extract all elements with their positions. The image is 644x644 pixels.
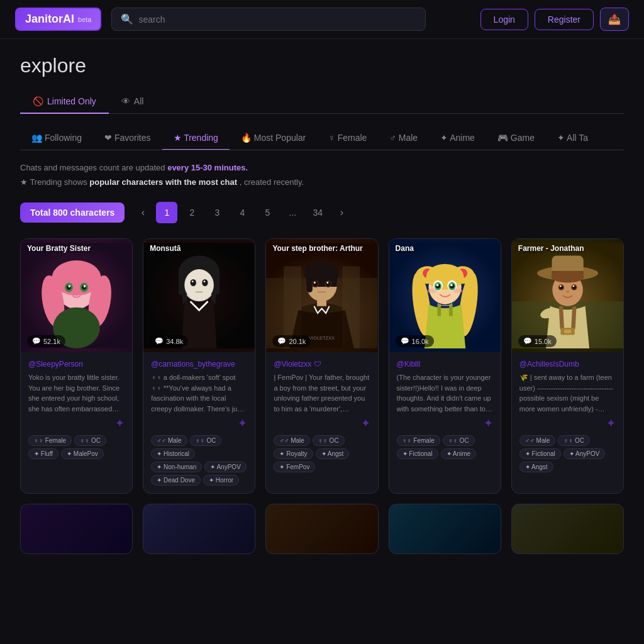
filter-tab-limited[interactable]: 🚫 Limited Only <box>20 90 109 114</box>
tag-malepov[interactable]: ✦ MalePov <box>61 448 104 459</box>
card-your-bratty-sister[interactable]: Your Bratty Sister 💬 52.1k @SleepyPerson… <box>20 238 133 494</box>
tab-following[interactable]: 👥 Following <box>20 126 93 150</box>
card-image-wrap: Dana 💬 16.0k <box>389 239 501 352</box>
trending-info: ★ Trending shows popular characters with… <box>20 177 624 187</box>
page-2-button[interactable]: 2 <box>181 202 203 223</box>
filter-tab-all[interactable]: 👁 All <box>109 90 157 114</box>
chat-icon: 💬 <box>523 337 532 345</box>
tab-anime[interactable]: ✦ Anime <box>429 126 486 150</box>
card-author: @AchillesIsDumb <box>519 360 616 369</box>
page-4-button[interactable]: 4 <box>231 202 253 223</box>
card-partial-1[interactable] <box>20 504 133 554</box>
card-desc: ♀♀ a doll-makers 'soft' spot ♀♀ **You've… <box>151 372 247 414</box>
logo[interactable]: JanitorAI beta <box>15 8 101 31</box>
svg-point-74 <box>560 286 562 287</box>
sparkle-icon: ✦ <box>274 416 370 430</box>
card-image-wrap: Farmer - Jonathan 💬 15.0k <box>512 239 623 352</box>
tab-male[interactable]: ♂ Male <box>378 126 429 150</box>
card-tags: ♀♀ Female ♀♀ OC ✦ Fluff ✦ MalePov <box>28 435 125 459</box>
page-1-button[interactable]: 1 <box>156 202 177 223</box>
tag-male[interactable]: ♂♂ Male <box>519 435 555 446</box>
tag-oc[interactable]: ♀♀ OC <box>313 435 345 446</box>
tag-angst[interactable]: ✦ Angst <box>519 462 553 472</box>
page-5-button[interactable]: 5 <box>257 202 278 223</box>
tag-female[interactable]: ♀♀ Female <box>397 435 440 446</box>
tag-fempov[interactable]: ✦ FemPov <box>274 462 315 472</box>
tag-male[interactable]: ♂♂ Male <box>274 435 309 446</box>
card-body: @Violetzxx 🛡 | FemPov | Your father, bro… <box>266 352 377 480</box>
chat-icon: 💬 <box>401 337 409 345</box>
register-button[interactable]: Register <box>535 9 594 30</box>
card-partial-5[interactable] <box>511 504 624 554</box>
favorites-icon: ❤ <box>104 133 112 143</box>
tab-game[interactable]: 🎮 Game <box>486 126 546 150</box>
update-info: Chats and messages count are updated eve… <box>20 163 624 172</box>
sparkle-icon: ✦ <box>151 416 247 430</box>
card-tags: ♂♂ Male ♀♀ OC ✦ Historical ✦ Non-human ✦… <box>151 435 247 486</box>
card-tags: ♂♂ Male ♀♀ OC ✦ Royalty ✦ Angst ✦ FemPov <box>274 435 370 472</box>
card-dana[interactable]: Dana 💬 16.0k @Kiblll (The character is y… <box>389 238 501 494</box>
next-page-button[interactable]: › <box>332 203 351 222</box>
svg-point-21 <box>192 280 194 282</box>
card-image-wrap: Monsutā 💬 34.8k <box>143 239 255 352</box>
tab-most-popular[interactable]: 🔥 Most Popular <box>230 126 317 150</box>
tag-fictional[interactable]: ✦ Fictional <box>397 448 438 459</box>
tab-all-ta[interactable]: ✦ All Ta <box>546 126 599 150</box>
card-desc: | FemPov | Your father, brought a boy fr… <box>274 372 370 414</box>
prev-page-button[interactable]: ‹ <box>133 203 152 222</box>
tab-male-label: Male <box>399 133 418 143</box>
cards-grid: Your Bratty Sister 💬 52.1k @SleepyPerson… <box>20 238 624 494</box>
svg-point-59 <box>453 289 462 293</box>
tag-royalty[interactable]: ✦ Royalty <box>274 448 313 459</box>
svg-point-69 <box>551 271 584 283</box>
tag-historical[interactable]: ✦ Historical <box>151 448 195 459</box>
card-monsuta[interactable]: Monsutā 💬 34.8k @carnations_bythegrave ♀… <box>143 238 255 494</box>
svg-point-75 <box>572 286 574 287</box>
tag-anime[interactable]: ✦ Anime <box>441 448 477 459</box>
card-tags: ♂♂ Male ♀♀ OC ✦ Fictional ✦ AnyPOV ✦ Ang… <box>519 435 616 472</box>
card-title: Monsutā <box>150 244 180 253</box>
tag-oc[interactable]: ♀♀ OC <box>190 435 222 446</box>
card-title: Your Bratty Sister <box>27 244 91 253</box>
tag-horror[interactable]: ✦ Horror <box>203 475 239 486</box>
search-input[interactable] <box>138 14 416 25</box>
all-icon: 👁 <box>121 96 130 106</box>
tab-favorites[interactable]: ❤ Favorites <box>93 126 162 150</box>
card-partial-3[interactable] <box>265 504 378 554</box>
tab-female[interactable]: ♀ Female <box>317 126 378 150</box>
page-3-button[interactable]: 3 <box>206 202 228 223</box>
filter-tabs: 🚫 Limited Only 👁 All <box>20 90 624 114</box>
tag-fluff[interactable]: ✦ Fluff <box>28 448 58 459</box>
svg-point-38 <box>327 282 329 284</box>
filter-tab-limited-label: Limited Only <box>47 96 96 106</box>
chat-icon: 💬 <box>155 337 164 345</box>
tab-game-label: Game <box>511 133 535 143</box>
tag-oc[interactable]: ♀♀ OC <box>558 435 590 446</box>
card-count: 💬 15.0k <box>518 335 557 347</box>
card-partial-4[interactable] <box>389 504 501 554</box>
card-count: 💬 52.1k <box>27 335 65 347</box>
card-farmer-jonathan[interactable]: Farmer - Jonathan 💬 15.0k @AchillesIsDum… <box>511 238 624 494</box>
tag-anypov[interactable]: ✦ AnyPOV <box>204 462 247 472</box>
svg-point-22 <box>204 280 206 282</box>
tag-deaddove[interactable]: ✦ Dead Dove <box>151 475 201 486</box>
tag-male[interactable]: ♂♂ Male <box>151 435 187 446</box>
card-partial-2[interactable] <box>143 504 255 554</box>
tag-female[interactable]: ♀♀ Female <box>28 435 72 446</box>
tab-trending[interactable]: ★ Trending <box>162 126 230 150</box>
svg-point-19 <box>191 279 196 286</box>
tag-oc[interactable]: ♀♀ OC <box>74 435 106 446</box>
last-page-button[interactable]: 34 <box>307 202 328 223</box>
tag-angst[interactable]: ✦ Angst <box>316 448 350 459</box>
logo-text: JanitorAI <box>25 13 74 26</box>
tag-oc[interactable]: ♀♀ OC <box>443 435 475 446</box>
tag-anypov[interactable]: ✦ AnyPOV <box>564 448 606 459</box>
tag-nonhuman[interactable]: ✦ Non-human <box>151 462 202 472</box>
share-button[interactable]: 📤 <box>600 8 629 31</box>
svg-point-57 <box>450 284 453 286</box>
login-button[interactable]: Login <box>480 9 528 30</box>
card-author: @SleepyPerson <box>28 360 125 369</box>
card-arthur[interactable]: VIOLETZXX Your step brother: Arthur 💬 20… <box>265 238 378 494</box>
tag-fictional[interactable]: ✦ Fictional <box>519 448 561 459</box>
card-title: Your step brother: Arthur <box>272 244 362 253</box>
